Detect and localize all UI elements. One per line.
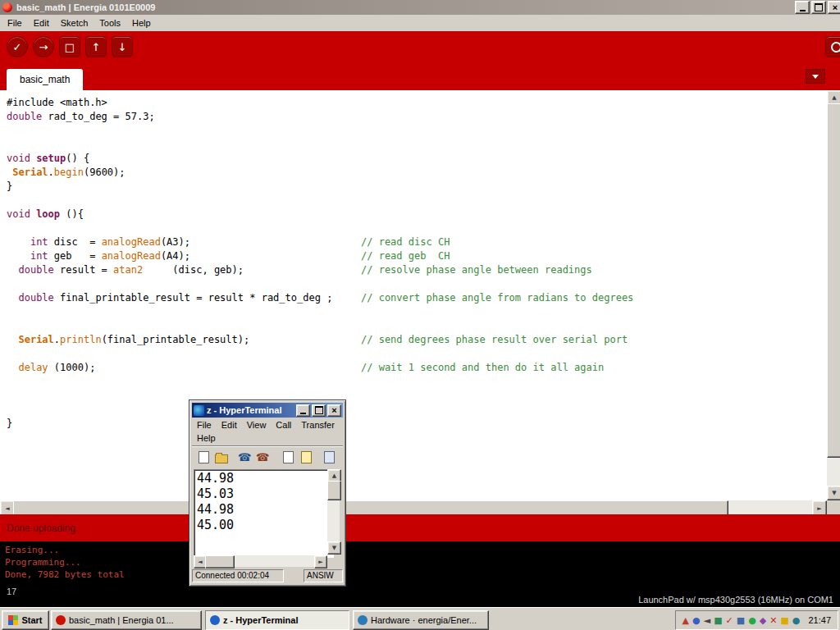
menu-file[interactable]: File	[2, 16, 28, 30]
code-line	[7, 390, 833, 404]
menu-help[interactable]: Help	[126, 16, 157, 30]
code-token: int	[30, 250, 48, 262]
tray-icon-9[interactable]: ✕	[769, 616, 777, 625]
code-token	[7, 236, 30, 248]
open-icon[interactable]	[213, 450, 230, 466]
ht-horizontal-scrollbar[interactable]: ◄ ►	[194, 555, 327, 567]
terminal-line: 45.03	[197, 486, 331, 502]
code-line: Serial.begin(9600);	[7, 167, 833, 180]
code-token: (disc, geb);	[143, 264, 244, 276]
terminal-output[interactable]: 44.9845.0344.9845.00	[194, 469, 334, 558]
terminal-line: 44.98	[197, 471, 331, 486]
tray-icon-4[interactable]: ■	[714, 616, 722, 625]
code-line: delay (1000);// wait 1 second and then d…	[7, 362, 833, 376]
menu-sketch[interactable]: Sketch	[55, 16, 94, 30]
ht-maximize-button[interactable]	[312, 404, 326, 417]
tray-icon-1[interactable]: ▲	[682, 616, 689, 625]
tray-icon-7[interactable]: ●	[748, 616, 756, 625]
board-info: LaunchPad w/ msp430g2553 (16MHz) on COM1	[638, 595, 833, 605]
code-comment: // resolve phase angle between readings	[361, 264, 592, 276]
save-button[interactable]: ↓	[112, 36, 133, 57]
code-token: setup	[36, 153, 66, 164]
code-editor[interactable]: #include <math.h>double rad_to_deg = 57.…	[0, 90, 833, 507]
new-connection-icon[interactable]	[195, 450, 212, 466]
minimize-button[interactable]	[795, 1, 810, 14]
editor-horizontal-scrollbar[interactable]: ◄ ►	[0, 500, 827, 514]
code-token: .	[48, 167, 54, 178]
taskbar-task[interactable]: Hardware · energia/Ener...	[353, 610, 489, 630]
hyperterminal-titlebar[interactable]: z - HyperTerminal ×	[192, 403, 343, 418]
tray-icon-3[interactable]: ◄	[704, 616, 710, 625]
tab-basic-math[interactable]: basic_math	[7, 69, 83, 90]
tab-menu-button[interactable]	[806, 69, 825, 84]
serial-monitor-button[interactable]	[825, 36, 840, 57]
code-line	[7, 306, 833, 320]
vertical-scrollbar-thumb[interactable]	[827, 103, 840, 458]
ht-menu-file[interactable]: File	[192, 419, 217, 431]
code-line	[7, 278, 833, 292]
ht-menu-view[interactable]: View	[242, 419, 272, 431]
maximize-button[interactable]	[811, 1, 826, 14]
properties-icon[interactable]	[321, 450, 337, 466]
taskbar-task[interactable]: basic_math | Energia 01...	[51, 610, 202, 630]
desktop: { "colors": { "red": "#C60000", "keyword…	[0, 0, 840, 630]
task-label: z - HyperTerminal	[223, 615, 299, 625]
ht-menubar-row2: Help	[192, 431, 343, 445]
code-token: geb =	[48, 250, 102, 262]
verify-button[interactable]: ✓	[7, 36, 28, 57]
maximize-icon	[815, 3, 823, 11]
ht-horizontal-scrollbar-thumb[interactable]	[205, 555, 235, 568]
hyperterminal-title: z - HyperTerminal	[207, 405, 294, 415]
ht-menu-edit[interactable]: Edit	[217, 419, 242, 431]
energia-titlebar: basic_math | Energia 0101E0009 ×	[0, 0, 840, 15]
maximize-icon	[315, 406, 323, 414]
code-line	[7, 139, 833, 153]
scrollbar-corner	[827, 500, 840, 514]
ht-menu-call[interactable]: Call	[271, 419, 296, 431]
ht-close-button[interactable]: ×	[327, 404, 341, 417]
code-token: }	[7, 180, 12, 192]
tray-icon-5[interactable]: ✓	[726, 616, 733, 625]
tray-icon-6[interactable]: ■	[737, 616, 745, 625]
receive-icon[interactable]	[298, 450, 314, 466]
console-message: Erasing...	[5, 544, 840, 556]
close-button[interactable]: ×	[828, 1, 840, 14]
start-button[interactable]: Start	[2, 610, 49, 630]
ht-minimize-button[interactable]	[296, 404, 310, 417]
connection-status: Connected 00:02:04	[192, 569, 284, 582]
code-token: () {	[66, 153, 89, 164]
code-line: void loop (){	[7, 208, 833, 222]
code-token	[7, 362, 18, 373]
menu-tools[interactable]: Tools	[94, 16, 126, 30]
call-icon[interactable]: ☎	[236, 450, 253, 466]
window-controls: ×	[795, 1, 840, 14]
ht-menu-help[interactable]: Help	[192, 432, 221, 444]
upload-button[interactable]: →	[33, 36, 54, 57]
disconnect-icon[interactable]: ☎	[254, 450, 271, 466]
ht-scroll-right-button[interactable]: ►	[314, 555, 327, 568]
code-token: loop	[36, 208, 60, 220]
taskbar-task[interactable]: z - HyperTerminal	[205, 610, 349, 630]
ht-vertical-scrollbar-thumb[interactable]	[327, 481, 341, 500]
tray-icon-8[interactable]: ◆	[760, 616, 766, 625]
window-title: basic_math | Energia 0101E0009	[16, 2, 791, 12]
ht-vertical-scrollbar[interactable]: ▲ ▼	[327, 469, 340, 555]
line-number: 17	[7, 587, 16, 596]
ht-scroll-down-button[interactable]: ▼	[327, 541, 341, 555]
code-line	[7, 222, 833, 236]
tray-icon-2[interactable]: ●	[692, 616, 701, 625]
menu-edit[interactable]: Edit	[28, 16, 55, 30]
tray-icon-10[interactable]: ■	[780, 616, 788, 625]
send-icon[interactable]	[280, 450, 296, 466]
console-message: Programming...	[5, 556, 840, 568]
code-comment: // read disc CH	[361, 236, 450, 248]
editor-vertical-scrollbar[interactable]: ▲ ▼	[827, 90, 840, 500]
scroll-down-button[interactable]: ▼	[827, 486, 840, 500]
code-token: #include <math.h>	[7, 97, 107, 108]
tray-icon-11[interactable]: ●	[792, 616, 801, 625]
open-button[interactable]: ↑	[85, 36, 107, 57]
ht-menu-transfer[interactable]: Transfer	[296, 419, 340, 431]
code-token: double	[7, 111, 42, 122]
terminal-line: 44.98	[197, 502, 331, 518]
new-sketch-button[interactable]: □	[59, 36, 80, 57]
